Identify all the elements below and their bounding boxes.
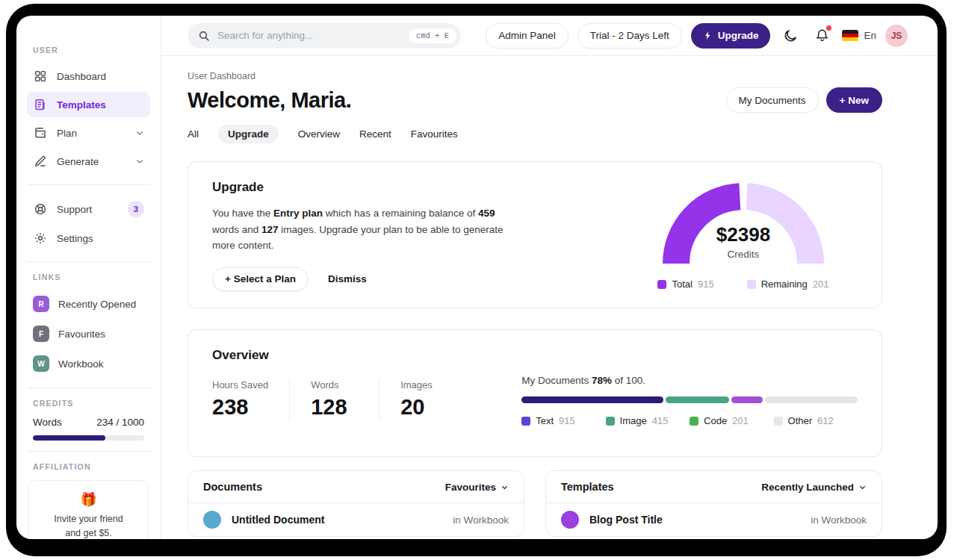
pencil-icon [33, 154, 48, 169]
breadcrumb: User Dashboard [188, 71, 882, 81]
trial-badge-button[interactable]: Trial - 2 Days Left [577, 23, 682, 49]
upgrade-button[interactable]: Upgrade [691, 23, 771, 49]
sidebar-item-generate[interactable]: Generate [27, 149, 150, 174]
new-button[interactable]: + New [826, 87, 882, 113]
document-avatar [203, 511, 221, 529]
sidebar-link-recently-opened[interactable]: R Recently Opened [27, 290, 150, 317]
content: User Dashboard Welcome, Maria. My Docume… [161, 56, 938, 539]
templates-filter-dropdown[interactable]: Recently Launched [761, 482, 867, 493]
topbar: cmd + E Admin Panel Trial - 2 Days Left … [161, 16, 938, 56]
sidebar-item-templates[interactable]: Templates [27, 92, 150, 117]
overview-stats: Hours Saved 238 Words 128 Images 20 [212, 379, 490, 420]
stat-words: Words 128 [311, 379, 380, 420]
link-letter-badge: R [33, 296, 49, 312]
tab-overview[interactable]: Overview [298, 125, 340, 143]
stat-hours-saved: Hours Saved 238 [212, 379, 290, 420]
german-flag-icon [842, 30, 858, 42]
credits-gauge: $2398 Credits Total 915 Remaining 201 [657, 180, 829, 290]
sidebar-item-dashboard[interactable]: Dashboard [27, 63, 150, 89]
lifebuoy-icon [33, 202, 48, 217]
credits-row: Words 234 / 1000 [33, 417, 144, 428]
app-window: USER Dashboard Templates Plan [16, 16, 938, 539]
overview-card-title: Overview [212, 348, 490, 363]
sidebar-link-label: Favourites [58, 329, 105, 340]
affiliation-card: 🎁 Invite your friend and get $5. Invite [28, 480, 149, 539]
sidebar-item-label: Dashboard [57, 71, 106, 82]
tab-all[interactable]: All [188, 125, 199, 143]
dark-mode-toggle[interactable] [779, 25, 802, 47]
page-title: Welcome, Maria. [188, 88, 351, 113]
tab-recent[interactable]: Recent [359, 125, 391, 143]
search-bar[interactable]: cmd + E [188, 23, 461, 49]
legend-item-text: Text 915 [521, 415, 605, 426]
stacked-progress-bar [521, 396, 858, 403]
overview-card: Overview Hours Saved 238 Words 128 Image… [188, 329, 882, 457]
divider [27, 184, 150, 185]
notifications-button[interactable] [811, 25, 833, 47]
grid-icon [33, 69, 48, 84]
legend-swatch [606, 417, 615, 426]
search-input[interactable] [217, 30, 401, 41]
device-frame: USER Dashboard Templates Plan [6, 4, 947, 556]
legend-item-remaining: Remaining 201 [747, 279, 829, 290]
sidebar-item-support[interactable]: Support 3 [27, 196, 150, 223]
sidebar-item-settings[interactable]: Settings [27, 225, 150, 251]
sidebar-link-label: Workbook [58, 358, 104, 370]
my-documents-button[interactable]: My Documents [726, 87, 819, 113]
bar-segment-image [666, 396, 730, 403]
templates-icon [33, 97, 48, 112]
dismiss-button[interactable]: Dismiss [328, 273, 367, 284]
sidebar-item-label: Generate [57, 156, 99, 167]
template-row[interactable]: Blog Post Title in Workbook [546, 503, 882, 536]
sidebar-item-plan[interactable]: Plan [27, 120, 150, 146]
select-plan-button[interactable]: + Select a Plan [212, 267, 309, 291]
tab-favourites[interactable]: Favourites [411, 125, 458, 143]
legend-swatch [747, 280, 756, 289]
chevron-down-icon [858, 483, 867, 491]
legend-swatch [690, 417, 699, 426]
legend-swatch [774, 417, 783, 426]
topbar-actions: Admin Panel Trial - 2 Days Left Upgrade [486, 23, 908, 49]
search-shortcut-badge: cmd + E [409, 28, 456, 43]
divider [27, 261, 150, 262]
legend-item-other: Other 612 [774, 415, 858, 426]
search-icon [198, 30, 210, 42]
sidebar-heading-affiliation: AFFILIATION [33, 462, 150, 471]
legend-item-image: Image 415 [606, 415, 690, 426]
gear-icon [33, 231, 48, 246]
credits-value: 234 / 1000 [96, 417, 144, 428]
my-documents-progress: My Documents 78% of 100. Text 915 [521, 375, 858, 438]
credits-label: Words [33, 417, 62, 428]
bell-icon [815, 28, 829, 43]
avatar[interactable]: JS [885, 25, 908, 47]
tab-upgrade[interactable]: Upgrade [218, 125, 279, 143]
chevron-down-icon [135, 128, 144, 137]
sidebar-heading-credits: CREDITS [33, 399, 150, 408]
gauge-caption: Credits [661, 249, 826, 260]
progress-legend: Text 915 Image 415 Code 201 [521, 415, 858, 426]
template-title: Blog Post Title [589, 514, 663, 526]
sidebar-link-favourites[interactable]: F Favourites [27, 320, 150, 347]
admin-panel-button[interactable]: Admin Panel [486, 23, 569, 49]
main-area: cmd + E Admin Panel Trial - 2 Days Left … [161, 16, 938, 539]
notification-dot [826, 25, 831, 31]
document-row[interactable]: Untitled Document in Workbook [188, 503, 524, 536]
legend-item-total: Total 915 [657, 279, 713, 290]
sidebar-item-label: Templates [57, 99, 106, 111]
document-title: Untitled Document [232, 514, 324, 526]
upgrade-card: Upgrade You have the Entry plan which ha… [188, 161, 882, 308]
link-letter-badge: F [33, 326, 49, 342]
document-location: in Workbook [453, 514, 509, 526]
bar-segment-other [765, 396, 858, 403]
moon-icon [783, 28, 798, 43]
legend-item-code: Code 201 [690, 415, 773, 426]
support-count-badge: 3 [128, 201, 144, 217]
sidebar-item-label: Settings [57, 233, 93, 244]
template-location: in Workbook [811, 514, 867, 526]
documents-filter-dropdown[interactable]: Favourites [445, 482, 509, 493]
language-switcher[interactable]: En [842, 30, 876, 42]
legend-swatch [657, 280, 666, 289]
sidebar-link-workbook[interactable]: W Workbook [27, 350, 150, 377]
documents-card-title: Documents [203, 481, 262, 493]
documents-card: Documents Favourites Untitled Document i… [188, 470, 524, 537]
